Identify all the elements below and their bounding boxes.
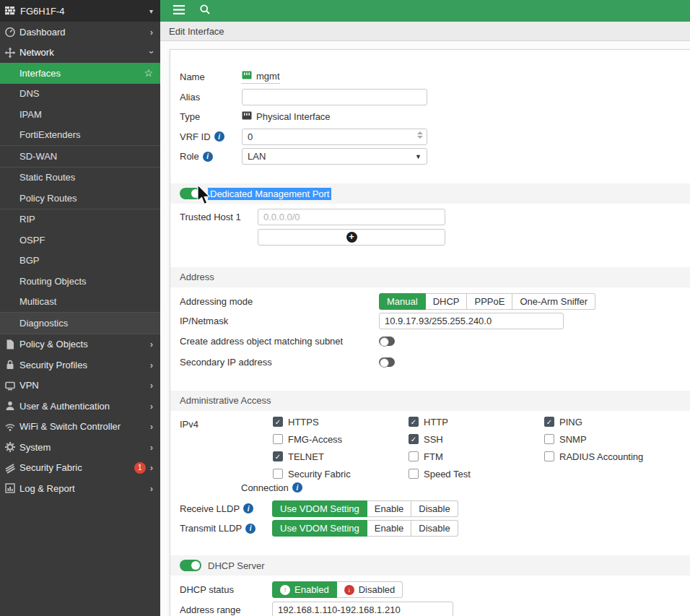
lldp-use-vdom-button[interactable]: Use VDOM Setting	[272, 520, 367, 537]
sidebar-item-user-authentication[interactable]: User & Authentication ›	[0, 396, 160, 417]
checkbox-speed-test[interactable]: Speed Test	[409, 469, 544, 480]
ip-netmask-label: IP/Netmask	[180, 316, 379, 326]
sidebar-item-network[interactable]: Network ›	[0, 43, 160, 64]
address-range-label: Address range	[180, 604, 272, 615]
dhcp-enabled-button[interactable]: ↑ Enabled	[272, 581, 337, 598]
sidebar-item-multicast[interactable]: Multicast	[0, 292, 160, 313]
dhcp-disabled-button[interactable]: ↓ Disabled	[337, 581, 403, 598]
secondary-ip-toggle[interactable]	[379, 357, 395, 367]
sidebar-item-policy-objects[interactable]: Policy & Objects ›	[0, 334, 160, 355]
create-address-object-toggle[interactable]	[379, 337, 395, 346]
role-label: Role i	[180, 151, 242, 162]
checkbox-unchecked[interactable]	[409, 451, 419, 461]
mode-one-arm-sniffer-button[interactable]: One-Arm Sniffer	[512, 293, 595, 310]
lldp-disable-button[interactable]: Disable	[411, 520, 458, 537]
add-trusted-host-button[interactable]: +	[258, 229, 445, 246]
checkbox-ping[interactable]: ✓PING	[544, 417, 643, 428]
sidebar-item-rip[interactable]: RIP	[0, 209, 160, 230]
name-row: Name mgmt	[180, 69, 690, 85]
sidebar-item-interfaces[interactable]: Interfaces ☆	[0, 63, 160, 84]
info-icon[interactable]: i	[214, 131, 224, 142]
user-icon	[4, 400, 17, 412]
vrf-input[interactable]	[242, 129, 427, 145]
sidebar-item-log-report[interactable]: Log & Report ›	[0, 478, 160, 499]
alias-input[interactable]	[242, 89, 427, 105]
address-range-input[interactable]	[272, 602, 453, 616]
sidebar-item-security-fabric[interactable]: Security Fabric 1 ›	[0, 458, 160, 479]
checkbox-ftm[interactable]: FTM	[409, 451, 544, 462]
trusted-host-input[interactable]	[258, 209, 445, 225]
device-selector[interactable]: FG6H1F-4 ▾	[0, 0, 160, 22]
lldp-disable-button[interactable]: Disable	[411, 500, 458, 517]
lldp-enable-button[interactable]: Enable	[367, 500, 411, 517]
sidebar-item-ospf[interactable]: OSPF	[0, 230, 160, 251]
dedicated-mgmt-toggle[interactable]	[180, 188, 201, 199]
sidebar-item-vpn[interactable]: VPN ›	[0, 376, 160, 396]
sidebar-item-dashboard[interactable]: Dashboard ›	[0, 22, 160, 43]
sidebar-item-label: RIP	[19, 214, 35, 225]
checkbox-fmg-access[interactable]: FMG-Access	[273, 434, 409, 445]
checkbox-unchecked[interactable]	[544, 434, 554, 444]
dedicated-mgmt-section: Dedicated Management Port	[170, 183, 690, 204]
ipv4-checkbox-grid: ✓HTTPS FMG-Access ✓TELNET Security Fabri…	[273, 417, 643, 493]
search-icon[interactable]	[199, 4, 211, 18]
sidebar-item-security-profiles[interactable]: Security Profiles ›	[0, 355, 160, 376]
sidebar-item-label: WiFi & Switch Controller	[19, 421, 121, 432]
info-icon[interactable]: i	[243, 503, 253, 513]
lldp-use-vdom-button[interactable]: Use VDOM Setting	[272, 500, 367, 517]
sidebar-item-fortiextenders[interactable]: FortiExtenders	[0, 125, 160, 146]
hamburger-menu-icon[interactable]	[173, 4, 185, 18]
checkbox-unchecked[interactable]	[273, 469, 283, 479]
lldp-enable-button[interactable]: Enable	[367, 520, 411, 537]
checkbox-ssh[interactable]: ✓SSH	[409, 434, 544, 445]
vrf-label: VRF ID i	[180, 131, 242, 142]
checkbox-checked[interactable]: ✓	[273, 417, 283, 427]
dedicated-mgmt-label: Dedicated Management Port	[208, 188, 331, 200]
content-area: Name mgmt Alias Type	[160, 41, 690, 616]
sidebar-item-static-routes[interactable]: Static Routes	[0, 168, 160, 188]
dhcp-server-toggle[interactable]	[180, 560, 201, 571]
mode-pppoe-button[interactable]: PPPoE	[467, 293, 512, 310]
dhcp-status-label: DHCP status	[180, 584, 272, 595]
checkbox-unchecked[interactable]	[544, 451, 554, 461]
info-icon[interactable]: i	[245, 524, 256, 534]
sidebar-item-system[interactable]: System ›	[0, 437, 160, 458]
sidebar-item-diagnostics[interactable]: Diagnostics	[0, 313, 160, 334]
sidebar-item-routing-objects[interactable]: Routing Objects	[0, 271, 160, 292]
role-select[interactable]	[242, 148, 427, 165]
checkbox-checked[interactable]: ✓	[544, 417, 554, 427]
chevron-right-icon: ›	[150, 421, 153, 432]
checkbox-column-2: ✓HTTP ✓SSH FTM Speed Test	[409, 417, 544, 493]
sidebar-item-sd-wan[interactable]: SD-WAN	[0, 146, 160, 167]
checkbox-snmp[interactable]: SNMP	[544, 434, 643, 445]
sidebar-item-label: BGP	[19, 255, 39, 266]
trusted-host-row: Trusted Host 1	[180, 209, 690, 225]
sidebar-item-dns[interactable]: DNS	[0, 84, 160, 105]
mode-manual-button[interactable]: Manual	[379, 293, 426, 310]
sidebar-item-ipam[interactable]: IPAM	[0, 104, 160, 125]
ip-netmask-input[interactable]	[379, 313, 564, 329]
admin-access-section-title: Administrative Access	[180, 395, 271, 406]
checkbox-telnet[interactable]: ✓TELNET	[273, 451, 409, 462]
mode-dhcp-button[interactable]: DHCP	[426, 293, 468, 310]
checkbox-checked[interactable]: ✓	[409, 417, 419, 427]
sidebar-item-label: Routing Objects	[19, 276, 87, 287]
star-icon[interactable]: ☆	[144, 67, 153, 79]
checkbox-unchecked[interactable]	[273, 434, 283, 444]
info-icon[interactable]: i	[203, 152, 213, 162]
sidebar-item-bgp[interactable]: BGP	[0, 251, 160, 272]
info-icon[interactable]: i	[292, 482, 302, 493]
checkbox-http[interactable]: ✓HTTP	[409, 417, 544, 428]
checkbox-security-fabric-connection[interactable]: Security Fabric Connectioni	[273, 469, 409, 493]
receive-lldp-segmented: Use VDOM Setting Enable Disable	[272, 500, 458, 517]
role-row: Role i ▼	[180, 148, 690, 165]
number-stepper[interactable]	[417, 131, 423, 139]
checkbox-radius-accounting[interactable]: RADIUS Accounting	[544, 451, 643, 462]
interface-name-value[interactable]: mgmt	[242, 71, 280, 84]
sidebar-item-wifi-switch-controller[interactable]: WiFi & Switch Controller ›	[0, 417, 160, 438]
checkbox-unchecked[interactable]	[409, 469, 419, 479]
checkbox-checked[interactable]: ✓	[273, 451, 283, 461]
sidebar-item-policy-routes[interactable]: Policy Routes	[0, 188, 160, 209]
checkbox-https[interactable]: ✓HTTPS	[273, 417, 409, 428]
checkbox-checked[interactable]: ✓	[409, 434, 419, 444]
